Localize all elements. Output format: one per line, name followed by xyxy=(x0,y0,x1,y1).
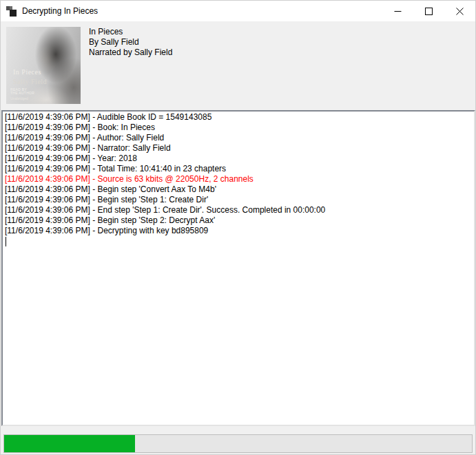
log-line: [11/6/2019 4:39:06 PM] - Begin step 'Ste… xyxy=(5,215,472,226)
book-narrator-label: Narrated by Sally Field xyxy=(89,47,172,58)
log-line: [11/6/2019 4:39:06 PM] - Total Time: 10:… xyxy=(5,164,472,174)
book-author-label: By Sally Field xyxy=(89,37,172,47)
log-lines: [11/6/2019 4:39:06 PM] - Audible Book ID… xyxy=(5,112,472,236)
book-cover-image: In Pieces Sally Field READ BY THE AUTHOR… xyxy=(6,27,81,104)
close-icon xyxy=(456,8,464,15)
app-icon[interactable] xyxy=(6,6,17,17)
log-textbox[interactable]: [11/6/2019 4:39:06 PM] - Audible Book ID… xyxy=(1,110,475,426)
book-info: In Pieces By Sally Field Narrated by Sal… xyxy=(89,27,172,58)
window-controls xyxy=(382,1,475,21)
text-caret xyxy=(6,237,6,246)
log-line: [11/6/2019 4:39:06 PM] - Begin step 'Con… xyxy=(5,184,472,195)
log-line: [11/6/2019 4:39:06 PM] - End step 'Step … xyxy=(5,205,472,215)
progress-bar xyxy=(3,434,473,453)
maximize-button[interactable] xyxy=(413,1,444,21)
log-line: [11/6/2019 4:39:06 PM] - Book: In Pieces xyxy=(5,123,472,133)
log-line: [11/6/2019 4:39:06 PM] - Source is 63 kb… xyxy=(5,174,472,184)
book-title-label: In Pieces xyxy=(89,27,172,37)
log-line: [11/6/2019 4:39:06 PM] - Year: 2018 xyxy=(5,154,472,164)
app-window: Decrypting In Pieces In Pieces Sally Fie… xyxy=(0,0,476,455)
log-line: [11/6/2019 4:39:06 PM] - Narrator: Sally… xyxy=(5,143,472,154)
progress-fill xyxy=(4,435,135,452)
cover-edition-text: Unabridged xyxy=(10,96,28,100)
log-line: [11/6/2019 4:39:06 PM] - Decrypting with… xyxy=(5,226,472,236)
minimize-icon xyxy=(394,8,402,15)
cover-readby-text: READ BY THE AUTHOR xyxy=(10,88,34,95)
cover-author-text: Sally Field xyxy=(13,78,47,85)
app-icon-shape xyxy=(10,10,17,17)
titlebar[interactable]: Decrypting In Pieces xyxy=(1,1,475,21)
maximize-icon xyxy=(425,8,433,15)
window-title: Decrypting In Pieces xyxy=(22,1,98,21)
cover-title-text: In Pieces xyxy=(13,68,41,76)
close-button[interactable] xyxy=(444,1,475,21)
caret-line xyxy=(5,236,472,246)
minimize-button[interactable] xyxy=(382,1,413,21)
log-line: [11/6/2019 4:39:06 PM] - Begin step 'Ste… xyxy=(5,195,472,205)
log-line: [11/6/2019 4:39:06 PM] - Author: Sally F… xyxy=(5,133,472,143)
log-line: [11/6/2019 4:39:06 PM] - Audible Book ID… xyxy=(5,112,472,123)
